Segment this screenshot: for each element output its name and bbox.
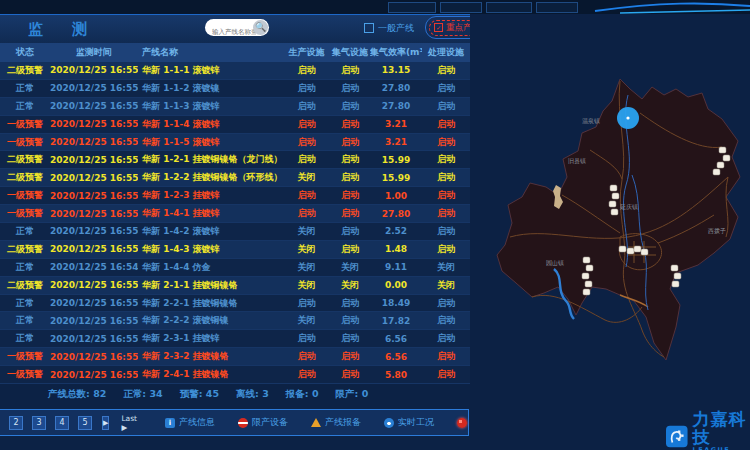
table-row[interactable]: 一级预警 2020/12/25 16:55:24 华新 2-4-1 挂镀镍铬 启… (0, 366, 470, 384)
treatment-facility-cell: 启动 (422, 82, 470, 95)
column-header: 集气效率(m³/s) (370, 46, 422, 59)
toolbar-button[interactable]: 限产设备 (238, 416, 288, 429)
table-row[interactable]: 二级预警 2020/12/25 16:55:24 华新 2-1-1 挂镀铜镍铬 … (0, 277, 470, 295)
next-page-button[interactable]: ▶ (102, 416, 109, 430)
table-row[interactable]: 二级预警 2020/12/25 16:55:24 华新 1-1-1 滚镀锌 启动… (0, 62, 470, 80)
line-name-cell: 华新 2-2-1 挂镀铜镍铬 (138, 297, 283, 310)
toolbar-button-label: 实时工况 (398, 416, 434, 429)
line-name-cell: 华新 1-2-3 挂镀锌 (138, 189, 283, 202)
treatment-facility-cell: 关闭 (422, 261, 470, 274)
table-row[interactable]: 正常 2020/12/25 16:55:24 华新 1-4-2 滚镀锌 关闭 启… (0, 223, 470, 241)
table-row[interactable]: 一级预警 2020/12/25 16:55:24 华新 1-2-3 挂镀锌 启动… (0, 187, 470, 205)
table-row[interactable]: 正常 2020/12/25 16:55:24 华新 2-3-1 挂镀锌 启动 启… (0, 330, 470, 348)
table-row[interactable]: 正常 2020/12/25 16:55:24 华新 1-1-2 滚镀镍 启动 启… (0, 80, 470, 98)
logo-text: 力嘉科技 LEAGUE TECH (693, 410, 750, 450)
gas-efficiency-cell: 9.11 (370, 262, 422, 272)
production-facility-cell: 启动 (283, 118, 330, 131)
status-cell: 正常 (0, 100, 50, 113)
map-place-label: 温泉镇 (582, 117, 600, 126)
summary-stats: 产线总数: 82 正常: 34 预警: 45 离线: 3 报备: 0 限产: 0 (48, 388, 368, 401)
line-name-cell: 华新 2-2-2 滚镀铜镍 (138, 314, 283, 327)
production-facility-cell: 启动 (283, 82, 330, 95)
decorative-swoosh (0, 0, 750, 14)
last-page-button[interactable]: Last ▶ (121, 414, 137, 432)
table-row[interactable]: 一级预警 2020/12/25 16:55:24 华新 1-1-5 滚镀锌 启动… (0, 134, 470, 152)
gas-collection-cell: 启动 (330, 136, 370, 149)
time-cell: 2020/12/25 16:55:24 (50, 173, 138, 183)
table-row[interactable]: 正常 2020/12/25 16:54:44 华新 1-4-4 仿金 关闭 关闭… (0, 259, 470, 277)
line-name-cell: 华新 1-4-3 滚镀锌 (138, 243, 283, 256)
gas-efficiency-cell: 27.80 (370, 83, 422, 93)
column-header: 状态 (0, 46, 50, 59)
page-button[interactable]: 3 (32, 416, 46, 430)
toolbar-button[interactable]: i 产线信息 (165, 416, 215, 429)
gas-collection-cell: 启动 (330, 243, 370, 256)
summary-label: 限产: (336, 388, 359, 399)
gas-efficiency-cell: 15.99 (370, 173, 422, 183)
search-input[interactable] (205, 24, 256, 40)
summary-item: 限产: 0 (336, 388, 369, 401)
table-row[interactable]: 二级预警 2020/12/25 16:55:24 华新 1-2-2 挂镀铜镍铬（… (0, 169, 470, 187)
production-facility-cell: 启动 (283, 332, 330, 345)
table-row[interactable]: 一级预警 2020/12/25 16:55:24 华新 1-1-4 滚镀锌 启动… (0, 116, 470, 134)
summary-value: 0 (362, 388, 369, 399)
treatment-facility-cell: 启动 (422, 118, 470, 131)
table-row[interactable]: 正常 2020/12/25 16:55:04 华新 2-2-2 滚镀铜镍 关闭 … (0, 312, 470, 330)
map-place-label: 园山镇 (546, 259, 564, 268)
table-row[interactable]: 一级预警 2020/12/25 16:55:24 华新 1-4-1 挂镀锌 启动… (0, 205, 470, 223)
gas-efficiency-cell: 2.52 (370, 226, 422, 236)
line-name-cell: 华新 1-1-5 滚镀锌 (138, 136, 283, 149)
production-facility-cell: 关闭 (283, 243, 330, 256)
time-cell: 2020/12/25 16:55:24 (50, 101, 138, 111)
line-name-cell: 华新 2-4-1 挂镀镍铬 (138, 368, 283, 381)
summary-label: 正常: (123, 388, 146, 399)
treatment-facility-cell: 启动 (422, 350, 470, 363)
table-row[interactable]: 正常 2020/12/25 16:55:04 华新 2-2-1 挂镀铜镍铬 启动… (0, 295, 470, 313)
table-row[interactable]: 正常 2020/12/25 16:55:24 华新 1-1-3 滚镀锌 启动 启… (0, 98, 470, 116)
summary-item: 报备: 0 (286, 388, 319, 401)
gas-collection-cell: 启动 (330, 368, 370, 381)
production-facility-cell: 关闭 (283, 314, 330, 327)
status-cell: 正常 (0, 314, 50, 327)
search-box[interactable]: 🔍 (205, 19, 269, 36)
alert-history-icon (457, 418, 467, 428)
treatment-facility-cell: 启动 (422, 171, 470, 184)
treatment-facility-cell: 启动 (422, 243, 470, 256)
search-icon[interactable]: 🔍 (253, 20, 268, 35)
gas-efficiency-cell: 1.48 (370, 244, 422, 254)
summary-label: 产线总数: (48, 388, 90, 399)
toolbar-button[interactable]: 实时工况 (384, 416, 434, 429)
summary-item: 预警: 45 (180, 388, 219, 401)
toolbar-button-label: 产线报备 (325, 416, 361, 429)
treatment-facility-cell: 关闭 (422, 279, 470, 292)
warning-triangle-icon (311, 418, 321, 427)
status-cell: 一级预警 (0, 207, 50, 220)
treatment-facility-cell: 启动 (422, 297, 470, 310)
time-cell: 2020/12/25 16:55:24 (50, 83, 138, 93)
company-logo: 力嘉科技 LEAGUE TECH (666, 410, 750, 450)
table-row[interactable]: 二级预警 2020/12/25 16:55:04 华新 1-4-3 滚镀锌 关闭… (0, 241, 470, 259)
time-cell: 2020/12/25 16:55:24 (50, 209, 138, 219)
gas-collection-cell: 启动 (330, 225, 370, 238)
table-row[interactable]: 一级预警 2020/12/25 16:55:24 华新 2-3-2 挂镀镍铬 启… (0, 348, 470, 366)
toolbar-button[interactable]: 产线报备 (311, 416, 361, 429)
summary-value: 45 (206, 388, 219, 399)
page-button[interactable]: 5 (78, 416, 92, 430)
status-cell: 一级预警 (0, 136, 50, 149)
table-header-row: 状态监测时间产线名称生产设施集气设施集气效率(m³/s)处理设施 (0, 43, 470, 62)
info-icon: i (165, 418, 175, 428)
gas-collection-cell: 启动 (330, 118, 370, 131)
column-header: 生产设施 (283, 46, 330, 59)
general-line-checkbox[interactable]: 一般产线 (364, 22, 414, 35)
summary-value: 82 (93, 388, 106, 399)
status-cell: 二级预警 (0, 279, 50, 292)
summary-value: 34 (149, 388, 162, 399)
page-button[interactable]: 2 (9, 416, 23, 430)
table-row[interactable]: 二级预警 2020/12/25 16:55:04 华新 1-2-1 挂镀铜镍铬（… (0, 151, 470, 169)
treatment-facility-cell: 启动 (422, 100, 470, 113)
line-name-cell: 华新 1-1-1 滚镀锌 (138, 64, 283, 77)
page-button[interactable]: 4 (55, 416, 69, 430)
summary-value: 0 (312, 388, 319, 399)
line-name-cell: 华新 2-3-1 挂镀锌 (138, 332, 283, 345)
gas-collection-cell: 启动 (330, 297, 370, 310)
